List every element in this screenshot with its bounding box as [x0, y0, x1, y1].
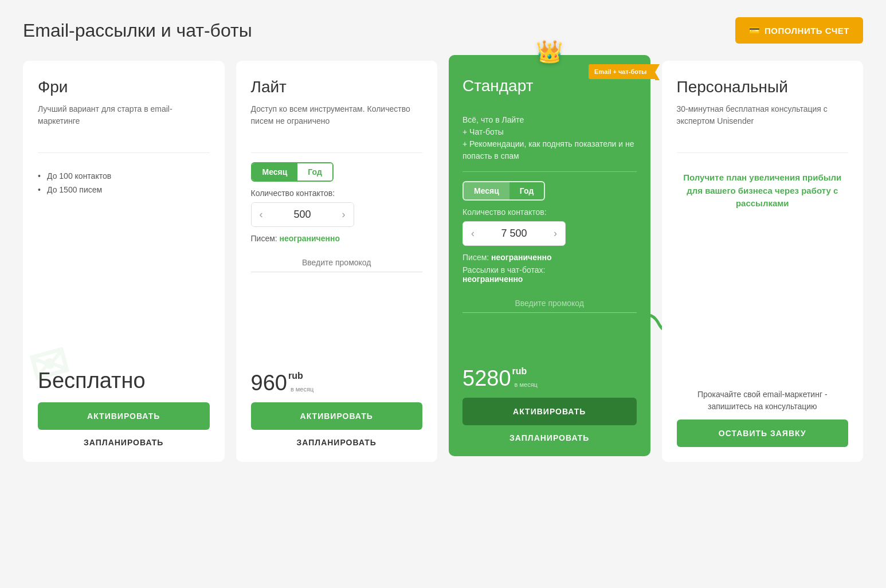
billing-tabs-light: Месяц Год	[251, 162, 334, 182]
schedule-link-free[interactable]: ЗАПЛАНИРОВАТЬ	[38, 438, 210, 447]
stepper-increment-standard[interactable]: ›	[546, 222, 565, 245]
request-button-personal[interactable]: ОСТАВИТЬ ЗАЯВКУ	[677, 420, 849, 447]
features-list-free: До 100 контактов До 1500 писем	[38, 171, 210, 199]
schedule-link-light[interactable]: ЗАПЛАНИРОВАТЬ	[251, 438, 423, 447]
plan-name-standard: Стандарт	[462, 77, 637, 95]
stepper-increment-light[interactable]: ›	[334, 203, 354, 226]
plan-desc-personal: 30-минутная бесплатная консультация с эк…	[677, 103, 849, 143]
feature-contacts: До 100 контактов	[38, 171, 210, 181]
chatbot-info-standard: Рассылки в чат-ботах: неограниченно	[462, 265, 637, 284]
divider-light	[251, 152, 423, 153]
promo-input-standard[interactable]	[462, 294, 637, 313]
price-section-light: 960 rub в месяц АКТИВИРОВАТЬ ЗАПЛАНИРОВА…	[251, 371, 423, 447]
plan-card-personal: Персональный 30-минутная бесплатная конс…	[662, 61, 864, 462]
divider-standard	[462, 171, 637, 172]
billing-month-light[interactable]: Месяц	[252, 163, 298, 181]
plan-desc-free: Лучший вариант для старта в email-маркет…	[38, 103, 210, 143]
letters-info-standard: Писем: неограниченно	[462, 253, 637, 262]
price-section-free: Бесплатно АКТИВИРОВАТЬ ЗАПЛАНИРОВАТЬ	[38, 369, 210, 447]
activate-button-standard[interactable]: АКТИВИРОВАТЬ	[462, 398, 637, 425]
price-currency-standard: rub	[512, 366, 538, 377]
chatbot-value-standard: неограниченно	[462, 275, 523, 284]
stepper-value-standard: 7 500	[483, 228, 546, 240]
price-number-light: 960	[251, 371, 287, 395]
letters-value-light: неограниченно	[280, 234, 340, 243]
letters-value-standard: неограниченно	[491, 253, 551, 262]
plan-name-light: Лайт	[251, 78, 423, 96]
plan-desc-standard: Всё, что в Лайте + Чат-боты + Рекомендац…	[462, 102, 637, 162]
price-row-standard: 5280 rub в месяц	[462, 366, 637, 391]
stepper-value-light: 500	[271, 209, 334, 221]
activate-button-free[interactable]: АКТИВИРОВАТЬ	[38, 402, 210, 430]
ribbon-standard: Email + чат-боты	[589, 64, 654, 79]
price-period-light: в месяц	[291, 386, 313, 393]
personal-promo-text: Получите план увеличения прибыли для ваш…	[677, 171, 849, 210]
top-up-button[interactable]: 💳 ПОПОЛНИТЬ СЧЕТ	[735, 17, 863, 44]
promo-input-light[interactable]	[251, 253, 423, 272]
billing-tabs-standard: Месяц Год	[462, 181, 545, 201]
stepper-light: ‹ 500 ›	[251, 202, 354, 227]
divider-personal	[677, 152, 849, 153]
card-icon: 💳	[749, 25, 760, 36]
price-row-light: 960 rub в месяц	[251, 371, 423, 395]
stepper-standard: ‹ 7 500 ›	[462, 221, 566, 246]
plan-name-free: Фри	[38, 78, 210, 96]
plan-card-standard: 👑 Email + чат-боты Стандарт Всё, что в Л…	[449, 55, 650, 456]
page-title: Email-рассылки и чат-боты	[23, 20, 252, 41]
stepper-decrement-standard[interactable]: ‹	[463, 222, 483, 245]
plans-grid: ✉ Фри Лучший вариант для старта в email-…	[23, 61, 863, 462]
personal-consult-text: Прокачайте свой email-маркетинг - запиши…	[677, 389, 849, 413]
price-section-standard: 5280 rub в месяц АКТИВИРОВАТЬ ЗАПЛАНИРОВ…	[462, 366, 637, 442]
billing-year-standard[interactable]: Год	[509, 182, 544, 199]
contacts-label-light: Количество контактов:	[251, 189, 423, 198]
stepper-decrement-light[interactable]: ‹	[252, 203, 271, 226]
letters-info-light: Писем: неограниченно	[251, 234, 423, 243]
feature-letters: До 1500 писем	[38, 185, 210, 194]
divider-free	[38, 152, 210, 153]
plan-card-free: ✉ Фри Лучший вариант для старта в email-…	[23, 61, 225, 462]
price-period-standard: в месяц	[515, 381, 538, 389]
price-free: Бесплатно	[38, 369, 210, 393]
plan-desc-light: Доступ ко всем инструментам. Количество …	[251, 103, 423, 143]
price-number-standard: 5280	[462, 366, 511, 391]
billing-year-light[interactable]: Год	[297, 163, 332, 181]
billing-month-standard[interactable]: Месяц	[464, 182, 509, 199]
plan-card-light: Лайт Доступ ко всем инструментам. Количе…	[236, 61, 438, 462]
price-currency-light: rub	[288, 371, 313, 381]
crown-icon: 👑	[536, 39, 563, 64]
schedule-link-standard[interactable]: ЗАПЛАНИРОВАТЬ	[462, 433, 637, 442]
plan-name-personal: Персональный	[677, 78, 849, 96]
activate-button-light[interactable]: АКТИВИРОВАТЬ	[251, 402, 423, 430]
contacts-label-standard: Количество контактов:	[462, 207, 637, 217]
